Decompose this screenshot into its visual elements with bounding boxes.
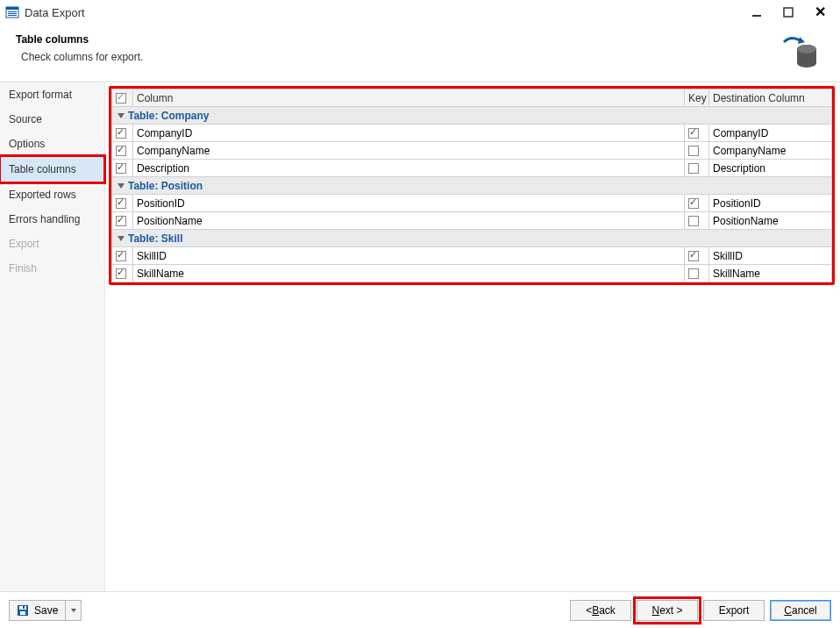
destination-column[interactable]: PositionID	[709, 195, 832, 212]
table-row[interactable]: SkillIDSkillID	[112, 247, 832, 265]
collapse-icon	[117, 113, 125, 118]
table-row[interactable]: CompanyIDCompanyID	[112, 125, 832, 142]
row-key-cell[interactable]	[685, 160, 709, 177]
column-name: CompanyID	[133, 125, 685, 142]
destination-column[interactable]: CompanyName	[709, 142, 832, 160]
columns-table-highlight: ColumnKeyDestination ColumnTable: Compan…	[109, 86, 835, 285]
table-row[interactable]: CompanyNameCompanyName	[112, 142, 832, 160]
row-include-cell[interactable]	[112, 265, 133, 282]
save-icon	[17, 604, 29, 617]
save-dropdown-button[interactable]	[66, 600, 82, 621]
column-name: Description	[133, 160, 685, 177]
row-include-cell[interactable]	[112, 195, 133, 212]
sidebar-item-table-columns[interactable]: Table columns	[0, 156, 104, 182]
header-select-all[interactable]	[112, 89, 133, 107]
column-name: PositionID	[133, 195, 685, 212]
checkbox[interactable]	[116, 251, 126, 261]
checkbox[interactable]	[688, 146, 699, 156]
sidebar-item-source[interactable]: Source	[0, 107, 104, 132]
row-key-cell[interactable]	[685, 195, 709, 212]
header-key[interactable]: Key	[685, 89, 709, 107]
row-key-cell[interactable]	[685, 265, 709, 282]
svg-rect-5	[752, 15, 761, 17]
checkbox[interactable]	[116, 93, 126, 103]
titlebar: Data Export ✕	[0, 0, 840, 25]
destination-column[interactable]: CompanyID	[709, 125, 832, 142]
checkbox[interactable]	[116, 128, 126, 139]
destination-column[interactable]: SkillID	[709, 247, 832, 265]
row-include-cell[interactable]	[112, 247, 133, 265]
checkbox[interactable]	[688, 251, 699, 261]
wizard-sidebar: Export formatSourceOptionsTable columnsE…	[0, 82, 105, 591]
checkbox[interactable]	[116, 268, 126, 279]
svg-point-11	[797, 45, 816, 54]
destination-column[interactable]: SkillName	[709, 265, 832, 282]
back-button[interactable]: < Back	[570, 600, 631, 621]
main-area: Export formatSourceOptionsTable columnsE…	[0, 82, 840, 591]
checkbox[interactable]	[116, 216, 126, 226]
sidebar-item-options[interactable]: Options	[0, 132, 104, 156]
table-group-header[interactable]: Table: Skill	[112, 230, 832, 247]
window-controls: ✕	[749, 4, 835, 20]
cancel-button[interactable]: Cancel	[770, 600, 831, 621]
next-button[interactable]: Next >	[637, 600, 698, 621]
svg-rect-6	[784, 8, 793, 17]
checkbox[interactable]	[116, 163, 126, 174]
columns-table[interactable]: ColumnKeyDestination ColumnTable: Compan…	[111, 89, 832, 282]
svg-rect-15	[23, 606, 25, 609]
table-group-header[interactable]: Table: Company	[112, 107, 832, 125]
row-include-cell[interactable]	[112, 160, 133, 177]
svg-rect-1	[6, 7, 18, 10]
sidebar-item-errors-handling[interactable]: Errors handling	[0, 207, 104, 232]
maximize-button[interactable]	[780, 4, 796, 20]
sidebar-item-finish: Finish	[0, 256, 104, 281]
svg-point-10	[797, 59, 816, 68]
table-row[interactable]: PositionNamePositionName	[112, 212, 832, 230]
row-key-cell[interactable]	[685, 212, 709, 230]
checkbox[interactable]	[688, 128, 699, 139]
page-title: Table columns	[16, 33, 143, 46]
save-split-button: Save	[9, 600, 82, 621]
destination-column[interactable]: PositionName	[709, 212, 832, 230]
sidebar-item-export-format[interactable]: Export format	[0, 82, 104, 107]
save-label: Save	[34, 604, 58, 617]
page-subtitle: Check columns for export.	[16, 51, 143, 63]
row-key-cell[interactable]	[685, 142, 709, 160]
table-row[interactable]: PositionIDPositionID	[112, 195, 832, 212]
destination-column[interactable]: Description	[709, 160, 832, 177]
checkbox[interactable]	[688, 268, 699, 279]
column-name: SkillName	[133, 265, 685, 282]
export-button[interactable]: Export	[703, 600, 765, 621]
checkbox[interactable]	[116, 146, 126, 156]
close-button[interactable]: ✕	[812, 4, 828, 20]
window-title: Data Export	[25, 6, 85, 19]
collapse-icon	[117, 236, 125, 241]
row-include-cell[interactable]	[112, 125, 133, 142]
row-include-cell[interactable]	[112, 142, 133, 160]
checkbox[interactable]	[688, 163, 699, 174]
app-icon	[5, 5, 19, 19]
column-name: PositionName	[133, 212, 685, 230]
minimize-button[interactable]	[749, 4, 765, 20]
checkbox[interactable]	[116, 198, 126, 209]
row-key-cell[interactable]	[685, 125, 709, 142]
sidebar-item-exported-rows[interactable]: Exported rows	[0, 182, 104, 207]
row-include-cell[interactable]	[112, 212, 133, 230]
header-destination[interactable]: Destination Column	[709, 89, 832, 107]
checkbox[interactable]	[688, 198, 699, 209]
header-column[interactable]: Column	[133, 89, 685, 107]
svg-rect-4	[8, 15, 17, 16]
page-header: Table columns Check columns for export.	[0, 25, 840, 82]
svg-rect-3	[8, 13, 17, 14]
table-row[interactable]: SkillNameSkillName	[112, 265, 832, 282]
table-group-header[interactable]: Table: Position	[112, 177, 832, 195]
column-name: SkillID	[133, 247, 685, 265]
save-button[interactable]: Save	[9, 600, 66, 621]
checkbox[interactable]	[688, 216, 699, 226]
row-key-cell[interactable]	[685, 247, 709, 265]
table-row[interactable]: DescriptionDescription	[112, 160, 832, 177]
footer-bar: Save < Back Next > Export Cancel	[0, 591, 840, 628]
svg-rect-14	[20, 611, 25, 615]
svg-rect-2	[8, 11, 17, 12]
sidebar-item-export: Export	[0, 232, 104, 256]
